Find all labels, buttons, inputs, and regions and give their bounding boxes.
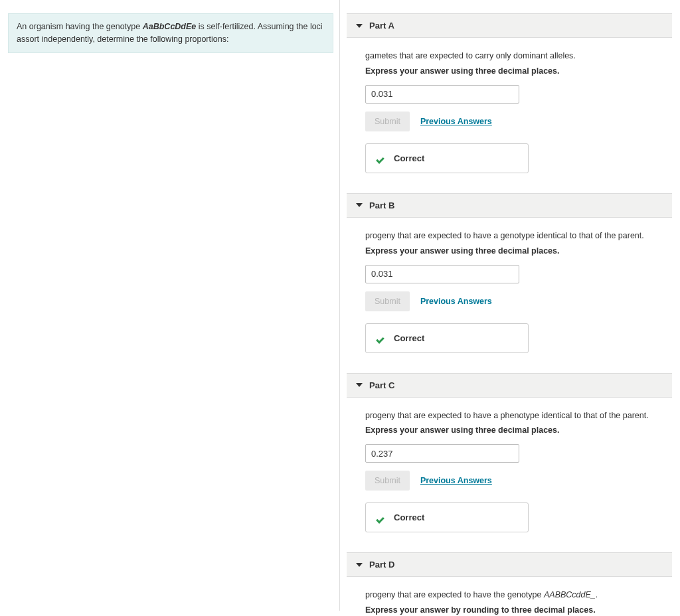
previous-answers-link[interactable]: Previous Answers: [420, 117, 492, 126]
part-c-question: progeny that are expected to have a phen…: [365, 410, 653, 422]
app-root: An organism having the genotype AaBbCcDd…: [0, 0, 680, 616]
prompt-genotype: AaBbCcDdEe: [143, 22, 197, 31]
submit-button[interactable]: Submit: [365, 112, 410, 131]
part-a-answer-input[interactable]: [365, 85, 519, 104]
part-a: Part A gametes that are expected to carr…: [347, 13, 672, 173]
part-b-answer-input[interactable]: [365, 265, 519, 283]
prompt-box: An organism having the genotype AaBbCcDd…: [8, 13, 333, 53]
chevron-down-icon: [356, 383, 363, 387]
part-a-title: Part A: [369, 21, 394, 31]
chevron-down-icon: [356, 24, 363, 28]
part-b-header[interactable]: Part B: [347, 193, 672, 218]
check-icon: [377, 513, 386, 522]
part-c-feedback-text: Correct: [394, 512, 424, 522]
part-c: Part C progeny that are expected to have…: [347, 373, 672, 533]
part-a-actions: Submit Previous Answers: [365, 112, 653, 131]
part-c-actions: Submit Previous Answers: [365, 471, 653, 491]
part-b-title: Part B: [369, 200, 394, 210]
part-c-body: progeny that are expected to have a phen…: [347, 398, 672, 533]
prompt-pre: An organism having the genotype: [17, 22, 143, 31]
check-icon: [377, 153, 386, 163]
part-b-body: progeny that are expected to have a geno…: [347, 218, 672, 353]
part-b: Part B progeny that are expected to have…: [347, 193, 672, 353]
submit-button[interactable]: Submit: [365, 291, 410, 311]
part-d-header[interactable]: Part D: [347, 552, 672, 577]
right-column: Part A gametes that are expected to carr…: [347, 13, 672, 616]
check-icon: [377, 333, 386, 343]
part-a-feedback: Correct: [365, 143, 529, 173]
part-a-instructions: Express your answer using three decimal …: [365, 66, 653, 76]
part-a-question: gametes that are expected to carry only …: [365, 50, 653, 62]
left-column: An organism having the genotype AaBbCcDd…: [8, 13, 333, 616]
chevron-down-icon: [356, 203, 363, 207]
part-d-title: Part D: [369, 560, 394, 570]
part-c-answer-input[interactable]: [365, 444, 519, 463]
part-a-feedback-text: Correct: [394, 153, 424, 163]
part-d-genotype: AABBCcddE_: [544, 590, 596, 599]
column-divider: [339, 0, 340, 611]
chevron-down-icon: [356, 563, 363, 567]
part-b-feedback: Correct: [365, 323, 529, 353]
part-b-feedback-text: Correct: [394, 333, 424, 343]
previous-answers-link[interactable]: Previous Answers: [420, 297, 492, 306]
part-d: Part D progeny that are expected to have…: [347, 552, 672, 616]
part-c-feedback: Correct: [365, 502, 529, 532]
part-d-q-pre: progeny that are expected to have the ge…: [365, 590, 544, 599]
part-d-question: progeny that are expected to have the ge…: [365, 589, 653, 601]
previous-answers-link[interactable]: Previous Answers: [420, 476, 492, 485]
part-b-question: progeny that are expected to have a geno…: [365, 230, 653, 242]
part-a-body: gametes that are expected to carry only …: [347, 38, 672, 173]
part-d-body: progeny that are expected to have the ge…: [347, 577, 672, 616]
part-b-instructions: Express your answer using three decimal …: [365, 246, 653, 256]
part-c-header[interactable]: Part C: [347, 373, 672, 398]
part-b-actions: Submit Previous Answers: [365, 291, 653, 311]
part-d-instructions: Express your answer by rounding to three…: [365, 605, 653, 615]
part-a-header[interactable]: Part A: [347, 13, 672, 38]
part-c-title: Part C: [369, 380, 394, 390]
part-c-instructions: Express your answer using three decimal …: [365, 425, 653, 435]
part-d-q-post: .: [596, 590, 598, 599]
submit-button[interactable]: Submit: [365, 471, 410, 491]
